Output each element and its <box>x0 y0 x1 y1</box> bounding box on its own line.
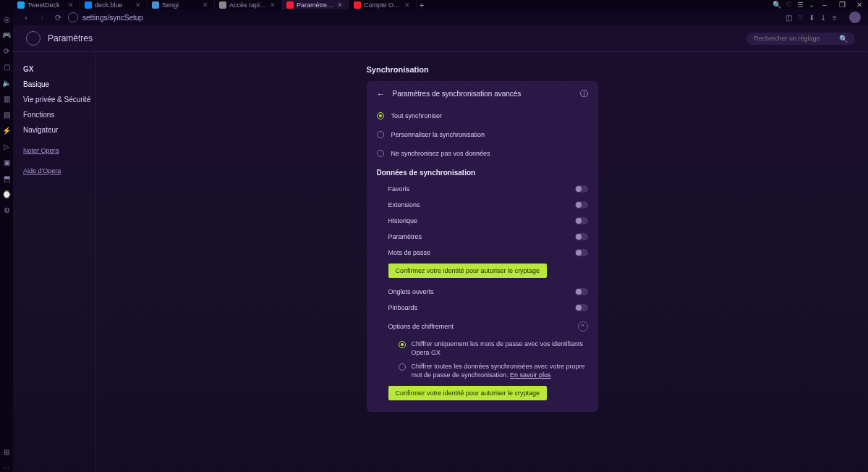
toggle-switch[interactable] <box>575 233 588 240</box>
toggle-switch[interactable] <box>575 249 588 256</box>
radio-label: Chiffrer toutes les données synchronisée… <box>412 363 588 379</box>
toggle-switch[interactable] <box>575 201 588 208</box>
favicon-icon <box>152 1 159 9</box>
sync-data-toggle: Mots de passe <box>367 245 598 261</box>
back-button[interactable]: ‹ <box>20 12 32 23</box>
addr-action-icon[interactable]: ◫ <box>783 14 794 22</box>
favicon-icon <box>85 1 92 9</box>
tab[interactable]: Compte Opera✕ <box>349 0 417 9</box>
reload-button[interactable]: ⟳ <box>52 12 64 23</box>
toggle-switch[interactable] <box>575 185 588 193</box>
tab[interactable]: Accès rapide✕ <box>215 0 282 9</box>
tab-close-icon[interactable]: ✕ <box>135 1 141 9</box>
rail-icon[interactable]: ⋯ <box>2 463 11 472</box>
radio-icon <box>377 112 384 119</box>
addr-action-icon[interactable]: ♡ <box>794 14 806 22</box>
sidebar-item[interactable]: Vie privée & Sécurité <box>23 96 95 104</box>
tab-close-icon[interactable]: ✕ <box>337 1 343 9</box>
settings-search-input[interactable] <box>754 35 835 42</box>
sync-mode-radio[interactable]: Ne synchronisez pas vos données <box>367 144 598 163</box>
rail-icon[interactable]: ▤ <box>2 110 11 119</box>
addr-actions: ◫♡⬇⤓≡ <box>783 13 841 22</box>
tab-close-icon[interactable]: ✕ <box>404 1 410 9</box>
tab[interactable]: Paramètres – Paramètres d✕ <box>282 0 349 9</box>
rail-icon[interactable]: 🎮 <box>2 30 11 39</box>
confirm-identity-button[interactable]: Confirmez votre identité pour autoriser … <box>388 264 548 278</box>
forward-button[interactable]: › <box>36 12 48 23</box>
back-arrow-icon[interactable]: ← <box>377 89 386 99</box>
tab-label: deck.blue <box>95 1 132 9</box>
profile-avatar[interactable] <box>849 12 861 23</box>
learn-more-link[interactable]: En savoir plus <box>510 371 551 379</box>
sidebar-footer-link[interactable]: Aide d'Opera <box>23 167 95 174</box>
titlebar-icon[interactable]: ♡ <box>783 1 794 9</box>
tab-bar: TweetDeck✕deck.blue✕Sengi✕Accès rapide✕P… <box>13 0 817 9</box>
radio-icon <box>399 363 406 371</box>
sidebar-item[interactable]: Basique <box>23 80 95 88</box>
encryption-options-row[interactable]: Options de chiffrement ⌃ <box>367 316 598 337</box>
sync-mode-radio[interactable]: Tout synchroniser <box>367 106 598 125</box>
settings-search[interactable]: 🔍 <box>746 33 855 45</box>
radio-icon <box>377 150 384 157</box>
rail-icon[interactable]: ▢ <box>2 62 11 71</box>
sidebar-footer-link[interactable]: Noter Opera <box>23 147 95 154</box>
maximize-button[interactable]: ❐ <box>833 1 851 9</box>
tab[interactable]: Sengi✕ <box>148 0 215 9</box>
addr-action-icon[interactable]: ⤓ <box>817 14 829 22</box>
sync-data-toggle: Paramètres <box>367 229 598 245</box>
sync-data-toggle: Extensions <box>367 197 598 213</box>
close-button[interactable]: ✕ <box>851 1 868 9</box>
toggle-switch[interactable] <box>575 304 588 311</box>
tab-close-icon[interactable]: ✕ <box>68 1 74 9</box>
sync-mode-radio[interactable]: Personnaliser la synchronisation <box>367 125 598 144</box>
sync-data-toggle: Onglets ouverts <box>367 284 598 300</box>
rail-icon[interactable]: ⚙ <box>2 206 11 214</box>
rail-icon[interactable]: ⬒ <box>2 174 11 182</box>
confirm-identity-button[interactable]: Confirmez votre identité pour autoriser … <box>388 386 548 400</box>
rail-icon[interactable]: 🔈 <box>2 78 11 87</box>
minimize-button[interactable]: – <box>816 1 833 9</box>
tab[interactable]: TweetDeck✕ <box>13 0 80 9</box>
toggle-switch[interactable] <box>575 217 588 224</box>
rail-icon[interactable]: ⊞ <box>2 447 11 456</box>
tab-close-icon[interactable]: ✕ <box>203 1 208 9</box>
url-box[interactable] <box>68 12 778 22</box>
new-tab-button[interactable]: + <box>417 1 427 9</box>
sidebar-item[interactable]: Navigateur <box>23 126 95 134</box>
toggle-label: Mots de passe <box>388 249 569 256</box>
encryption-options-label: Options de chiffrement <box>388 323 572 330</box>
chevron-up-icon[interactable]: ⌃ <box>578 321 588 332</box>
rail-icon[interactable]: ⟳ <box>2 46 11 55</box>
encryption-radio[interactable]: Chiffrer uniquement les mots de passe av… <box>367 337 598 360</box>
advanced-sync-title: Paramètres de synchronisation avancés <box>393 90 573 98</box>
sidebar-item[interactable]: Fonctions <box>23 111 95 119</box>
settings-main: Synchronisation ← Paramètres de synchron… <box>96 52 868 472</box>
tab-close-icon[interactable]: ✕ <box>270 1 276 9</box>
tab-label: Paramètres – Paramètres d <box>297 1 334 9</box>
tab[interactable]: deck.blue✕ <box>80 0 148 9</box>
sidebar-items: BasiqueVie privée & SécuritéFonctionsNav… <box>23 80 95 134</box>
toggle-switch[interactable] <box>575 288 588 295</box>
radio-label: Ne synchronisez pas vos données <box>391 150 490 157</box>
page-title: Paramètres <box>48 33 93 43</box>
rail-icon[interactable]: ▥ <box>2 94 11 103</box>
titlebar-icon[interactable]: 🔍 <box>771 1 783 9</box>
addr-action-icon[interactable]: ≡ <box>829 14 841 22</box>
rail-icon[interactable]: ⌚ <box>2 190 11 198</box>
rail-icon[interactable]: ⚡ <box>2 126 11 135</box>
encryption-radio[interactable]: Chiffrer toutes les données synchronisée… <box>367 360 598 382</box>
favicon-icon <box>286 1 294 9</box>
rail-icon[interactable]: ◎ <box>2 14 11 23</box>
rail-icon[interactable]: ▷ <box>2 142 11 151</box>
tab-label: TweetDeck <box>27 1 65 9</box>
toggle-label: Onglets ouverts <box>388 288 569 295</box>
url-input[interactable] <box>82 14 778 22</box>
page-body: GX BasiqueVie privée & SécuritéFonctions… <box>13 52 868 472</box>
titlebar-icon[interactable]: ☰ <box>794 1 806 9</box>
page-header: Paramètres 🔍 <box>13 25 868 52</box>
addr-action-icon[interactable]: ⬇ <box>806 14 817 22</box>
rail-icon[interactable]: ▣ <box>2 158 11 167</box>
help-icon[interactable]: ⓘ <box>580 88 588 99</box>
sync-data-toggle: Historique <box>367 213 598 229</box>
tab-label: Sengi <box>162 1 200 9</box>
